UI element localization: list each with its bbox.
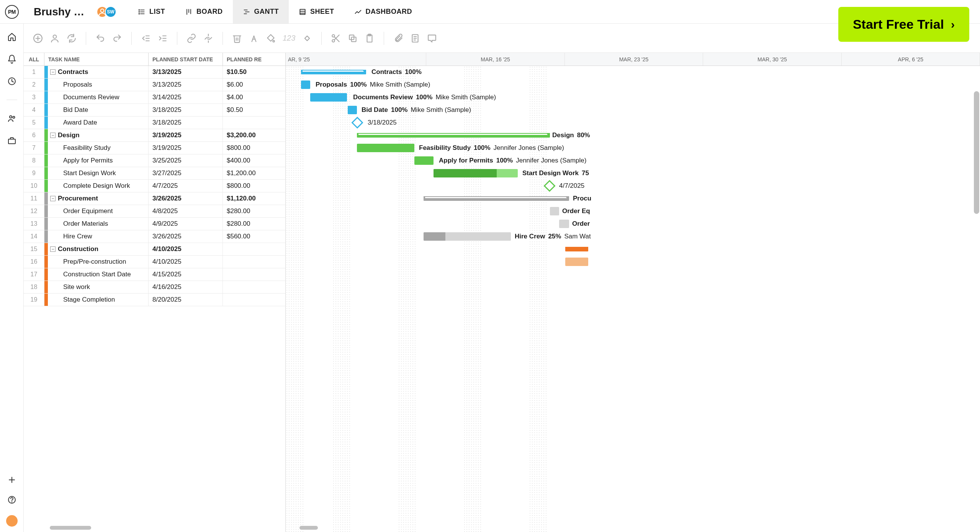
table-row[interactable]: 11−Procurement3/26/2025$1,120.00 <box>24 192 285 205</box>
task-bar[interactable] <box>424 232 511 241</box>
link-icon[interactable] <box>187 33 196 43</box>
row-number[interactable]: 15 <box>24 243 44 255</box>
task-cost-cell[interactable] <box>223 117 285 129</box>
task-bar[interactable] <box>310 93 347 102</box>
summary-bar[interactable] <box>301 70 366 74</box>
gantt-row[interactable]: Hire Crew25%Sam Wat <box>286 230 980 243</box>
cut-icon[interactable] <box>331 33 341 43</box>
row-number[interactable]: 1 <box>24 66 44 78</box>
gantt-row[interactable] <box>286 268 980 281</box>
table-row[interactable]: 1−Contracts3/13/2025$10.50 <box>24 66 285 79</box>
gantt-row[interactable]: Start Design Work75 <box>286 167 980 180</box>
copy-icon[interactable] <box>348 33 358 43</box>
timeline-week[interactable]: APR, 6 '25 <box>842 53 980 66</box>
task-date-cell[interactable]: 4/15/2025 <box>149 268 223 281</box>
row-number[interactable]: 6 <box>24 129 44 141</box>
undo-icon[interactable] <box>95 33 105 43</box>
tab-gantt[interactable]: GANTT <box>233 0 289 23</box>
task-name-cell[interactable]: −Contracts <box>48 66 149 78</box>
task-date-cell[interactable]: 3/27/2025 <box>149 167 223 179</box>
table-row[interactable]: 17Construction Start Date4/15/2025 <box>24 268 285 281</box>
task-cost-cell[interactable] <box>223 268 285 281</box>
gantt-row[interactable]: Order <box>286 218 980 230</box>
briefcase-icon[interactable] <box>7 136 16 145</box>
delete-icon[interactable] <box>232 33 242 43</box>
table-row[interactable]: 9Start Design Work3/27/2025$1,200.00 <box>24 167 285 180</box>
table-row[interactable]: 7Feasibility Study3/19/2025$800.00 <box>24 142 285 154</box>
summary-bar[interactable] <box>357 133 550 138</box>
gantt-body[interactable]: Contracts100% Proposals100%Mike Smith (S… <box>286 66 980 532</box>
task-bar[interactable] <box>301 80 310 89</box>
task-date-cell[interactable]: 8/20/2025 <box>149 294 223 306</box>
table-row[interactable]: 15−Construction4/10/2025 <box>24 243 285 256</box>
row-number[interactable]: 14 <box>24 230 44 243</box>
row-number[interactable]: 13 <box>24 218 44 230</box>
row-number[interactable]: 8 <box>24 154 44 167</box>
assign-icon[interactable] <box>50 33 60 43</box>
task-date-cell[interactable]: 3/13/2025 <box>149 66 223 78</box>
task-bar[interactable] <box>357 144 414 152</box>
task-name-cell[interactable]: Construction Start Date <box>48 268 149 281</box>
comment-icon[interactable] <box>427 33 437 43</box>
task-cost-cell[interactable]: $560.00 <box>223 230 285 243</box>
unlink-icon[interactable] <box>203 33 213 43</box>
col-header-all[interactable]: ALL <box>24 53 44 66</box>
summary-bar[interactable] <box>424 196 569 201</box>
task-cost-cell[interactable]: $0.50 <box>223 104 285 116</box>
row-number[interactable]: 16 <box>24 256 44 268</box>
task-bar[interactable] <box>565 258 588 266</box>
attachment-icon[interactable] <box>393 33 403 43</box>
user-avatar[interactable] <box>6 515 18 527</box>
task-date-cell[interactable]: 4/10/2025 <box>149 243 223 255</box>
task-name-cell[interactable]: Award Date <box>48 117 149 129</box>
task-date-cell[interactable]: 4/9/2025 <box>149 218 223 230</box>
row-number[interactable]: 11 <box>24 192 44 205</box>
horizontal-scrollbar[interactable] <box>50 526 91 530</box>
table-row[interactable]: 4Bid Date3/18/2025$0.50 <box>24 104 285 117</box>
task-cost-cell[interactable]: $10.50 <box>223 66 285 78</box>
start-free-trial-button[interactable]: Start Free Trial › <box>838 7 969 42</box>
task-date-cell[interactable]: 3/26/2025 <box>149 230 223 243</box>
app-logo[interactable]: PM <box>5 5 19 19</box>
table-row[interactable]: 13Order Materials4/9/2025$280.00 <box>24 218 285 230</box>
task-date-cell[interactable]: 3/25/2025 <box>149 154 223 167</box>
table-row[interactable]: 10Complete Design Work4/7/2025$800.00 <box>24 180 285 192</box>
task-date-cell[interactable]: 3/14/2025 <box>149 91 223 103</box>
task-date-cell[interactable]: 4/16/2025 <box>149 281 223 293</box>
task-cost-cell[interactable]: $1,120.00 <box>223 192 285 205</box>
task-name-cell[interactable]: −Procurement <box>48 192 149 205</box>
task-bar[interactable] <box>414 156 434 165</box>
notifications-icon[interactable] <box>7 54 16 64</box>
gantt-row[interactable] <box>286 294 980 306</box>
task-name-cell[interactable]: Order Equipment <box>48 205 149 217</box>
task-date-cell[interactable]: 3/13/2025 <box>149 79 223 91</box>
summary-bar[interactable] <box>565 247 588 251</box>
collapse-toggle[interactable]: − <box>50 196 56 201</box>
task-bar[interactable] <box>348 106 357 114</box>
project-title[interactable]: Brushy Cr... <box>24 6 97 18</box>
gantt-row[interactable]: Design80% <box>286 129 980 142</box>
text-color-icon[interactable] <box>249 33 259 43</box>
milestone-marker[interactable] <box>351 117 363 128</box>
paste-icon[interactable] <box>365 33 375 43</box>
row-number[interactable]: 12 <box>24 205 44 217</box>
task-name-cell[interactable]: Complete Design Work <box>48 180 149 192</box>
gantt-row[interactable]: Apply for Permits100%Jennifer Jones (Sam… <box>286 154 980 167</box>
row-number[interactable]: 10 <box>24 180 44 192</box>
help-icon[interactable] <box>7 495 16 504</box>
gantt-row[interactable]: Contracts100% <box>286 66 980 79</box>
task-name-cell[interactable]: Apply for Permits <box>48 154 149 167</box>
gantt-row[interactable]: 4/7/2025 <box>286 180 980 192</box>
task-date-cell[interactable]: 4/8/2025 <box>149 205 223 217</box>
add-task-icon[interactable] <box>33 33 43 43</box>
task-bar[interactable] <box>434 169 518 177</box>
task-name-cell[interactable]: −Design <box>48 129 149 141</box>
indent-icon[interactable] <box>158 33 168 43</box>
task-cost-cell[interactable]: $400.00 <box>223 154 285 167</box>
task-cost-cell[interactable]: $3,200.00 <box>223 129 285 141</box>
task-name-cell[interactable]: Proposals <box>48 79 149 91</box>
task-cost-cell[interactable]: $4.00 <box>223 91 285 103</box>
task-name-cell[interactable]: Stage Completion <box>48 294 149 306</box>
task-date-cell[interactable]: 3/26/2025 <box>149 192 223 205</box>
task-name-cell[interactable]: Start Design Work <box>48 167 149 179</box>
